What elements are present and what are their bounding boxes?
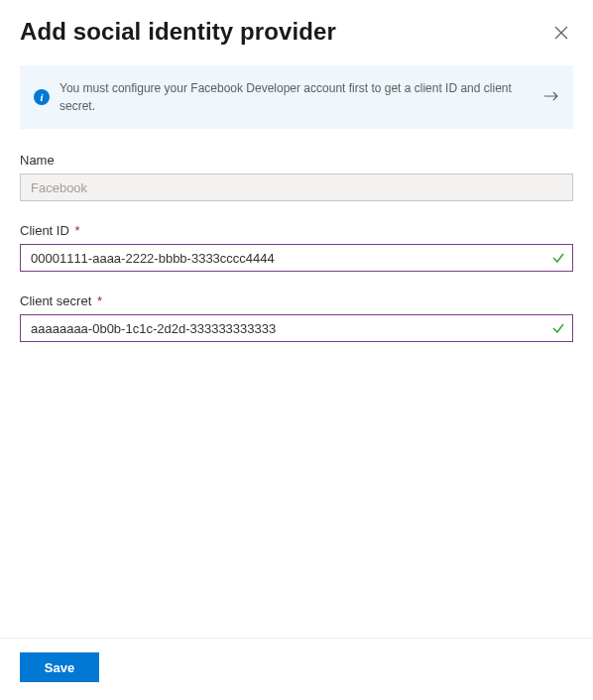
client-id-input[interactable] (20, 244, 573, 272)
close-button[interactable] (549, 22, 573, 46)
info-message-bar: i You must configure your Facebook Devel… (20, 65, 573, 129)
client-id-label: Client ID * (20, 223, 573, 238)
info-learn-more-button[interactable] (543, 90, 559, 105)
client-id-label-text: Client ID (20, 223, 69, 238)
client-secret-label-text: Client secret (20, 293, 91, 308)
client-secret-field: Client secret * (20, 293, 573, 342)
close-icon (554, 26, 568, 43)
name-input (20, 174, 573, 201)
name-field: Name (20, 153, 573, 201)
name-label: Name (20, 153, 573, 168)
client-secret-label: Client secret * (20, 293, 573, 308)
client-id-field: Client ID * (20, 223, 573, 272)
required-marker: * (74, 223, 79, 238)
client-secret-input[interactable] (20, 314, 573, 342)
info-message-text: You must configure your Facebook Develop… (59, 79, 534, 115)
required-marker: * (97, 293, 102, 308)
save-button[interactable]: Save (20, 652, 99, 682)
info-icon: i (34, 89, 50, 105)
arrow-right-icon (543, 90, 559, 105)
page-title: Add social identity provider (20, 18, 336, 46)
